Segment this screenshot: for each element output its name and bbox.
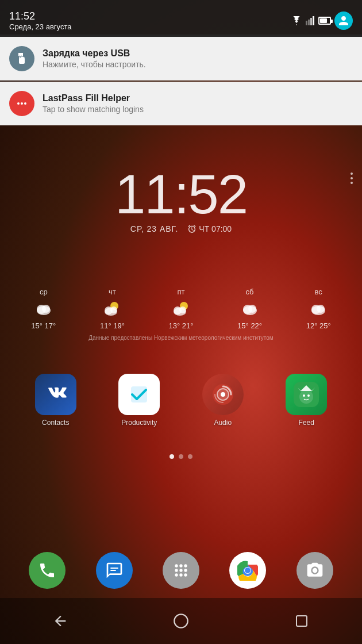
weather-temps-4: 12° 25° (306, 321, 331, 330)
dock-messages[interactable] (96, 552, 133, 589)
battery-icon (318, 17, 331, 25)
svg-point-9 (42, 305, 50, 313)
svg-point-33 (303, 394, 305, 397)
productivity-icon (118, 374, 160, 415)
dock-camera[interactable] (296, 552, 333, 589)
contacts-label: Contacts (42, 419, 69, 427)
clock-area: 11:52 СР, 23 АВГ. ЧТ 07:00 (0, 167, 362, 233)
weather-temps-2: 13° 21° (169, 321, 194, 330)
status-bar: 11:52 Среда, 23 августа (0, 0, 362, 37)
weather-icon-2 (170, 298, 192, 319)
svg-point-23 (317, 305, 325, 313)
svg-rect-2 (310, 18, 312, 25)
notification-lastpass-title: LastPass Fill Helper (43, 93, 144, 105)
weather-temps-0: 15° 17° (31, 321, 56, 330)
svg-point-38 (175, 569, 178, 572)
dock-app-drawer[interactable] (163, 552, 199, 589)
svg-rect-0 (306, 21, 307, 25)
app-feed[interactable]: Feed (286, 374, 327, 427)
page-dot-2 (188, 454, 192, 459)
clock-alarm: ЧТ 07:00 (187, 224, 232, 233)
user-avatar[interactable] (334, 12, 353, 30)
clock-subtitle: СР, 23 АВГ. ЧТ 07:00 (130, 224, 232, 233)
svg-rect-1 (308, 20, 310, 25)
svg-point-43 (184, 573, 187, 576)
svg-rect-49 (296, 616, 307, 626)
svg-point-27 (221, 392, 225, 397)
svg-point-41 (175, 573, 178, 576)
audio-icon (202, 374, 244, 415)
nav-recent[interactable] (284, 604, 319, 638)
app-audio[interactable]: Audio (202, 374, 244, 427)
apps-area: Contacts Productivity (0, 374, 362, 427)
dock-chrome[interactable] (229, 552, 266, 589)
alarm-icon (187, 224, 197, 233)
weather-day-name-3: сб (246, 288, 254, 296)
svg-point-36 (179, 564, 182, 567)
weather-days: ср 15° 17° чт 11° 19° (9, 288, 353, 330)
weather-attribution: Данные предоставлены Норвежским метеорол… (9, 335, 353, 341)
weather-day-2: пт 13° 21° (169, 288, 194, 330)
svg-point-37 (184, 564, 187, 567)
notification-lastpass[interactable]: LastPass Fill Helper Tap to show matchin… (0, 82, 362, 125)
svg-point-42 (179, 573, 182, 576)
feed-label: Feed (299, 419, 314, 427)
weather-icon-3 (238, 298, 261, 319)
weather-icon-0 (32, 298, 55, 319)
nav-back[interactable] (43, 604, 78, 638)
contacts-icon (35, 374, 76, 415)
weather-day-4: вс 12° 25° (306, 288, 331, 330)
nav-bar (0, 598, 362, 644)
weather-icon-1 (101, 298, 124, 319)
notifications-area: Зарядка через USB Нажмите, чтобы настрои… (0, 37, 362, 126)
svg-point-5 (17, 102, 20, 105)
notification-usb-subtitle: Нажмите, чтобы настроить. (43, 59, 146, 70)
audio-label: Audio (214, 419, 232, 427)
svg-point-34 (307, 394, 310, 397)
svg-point-4 (21, 102, 23, 105)
notification-usb[interactable]: Зарядка через USB Нажмите, чтобы настрои… (0, 37, 362, 80)
clock-date: СР, 23 АВГ. (130, 224, 178, 233)
weather-day-3: сб 15° 22° (237, 288, 262, 330)
svg-point-32 (299, 390, 313, 404)
svg-rect-3 (313, 16, 314, 25)
dock-phone[interactable] (29, 552, 66, 589)
weather-area: ср 15° 17° чт 11° 19° (0, 288, 362, 341)
weather-day-0: ср 15° 17° (31, 288, 56, 330)
dock-area (0, 543, 362, 598)
status-time-display: 11:52 (9, 10, 71, 23)
page-indicators (0, 454, 362, 459)
page-dot-0 (170, 454, 174, 459)
status-time: 11:52 Среда, 23 августа (9, 10, 71, 32)
feed-icon (286, 374, 327, 415)
svg-point-17 (179, 306, 186, 313)
svg-point-47 (245, 568, 251, 573)
svg-point-6 (24, 102, 26, 105)
app-productivity[interactable]: Productivity (118, 374, 160, 427)
notification-lastpass-icon (9, 91, 34, 116)
productivity-label: Productivity (121, 419, 157, 427)
weather-day-1: чт 11° 19° (100, 288, 125, 330)
page-dot-1 (179, 454, 183, 459)
weather-day-name-1: чт (109, 288, 116, 296)
status-icons (291, 12, 353, 30)
wifi-icon (291, 16, 302, 25)
apps-row: Contacts Productivity (14, 374, 348, 427)
weather-day-name-0: ср (40, 288, 48, 296)
main-clock: 11:52 (115, 167, 247, 222)
svg-point-39 (179, 569, 182, 572)
svg-point-48 (174, 614, 187, 627)
svg-point-40 (184, 569, 187, 572)
nav-home[interactable] (164, 604, 198, 638)
svg-point-20 (248, 305, 256, 313)
alarm-time: ЧТ 07:00 (199, 224, 232, 233)
notification-lastpass-subtitle: Tap to show matching logins (43, 104, 144, 114)
weather-day-name-2: пт (177, 288, 184, 296)
weather-day-name-4: вс (315, 288, 322, 296)
status-date-display: Среда, 23 августа (9, 22, 71, 31)
weather-temps-3: 15° 22° (237, 321, 262, 330)
notification-lastpass-text: LastPass Fill Helper Tap to show matchin… (43, 93, 144, 115)
notification-usb-icon (9, 46, 34, 71)
app-contacts[interactable]: Contacts (35, 374, 76, 427)
signal-icon (306, 16, 315, 25)
